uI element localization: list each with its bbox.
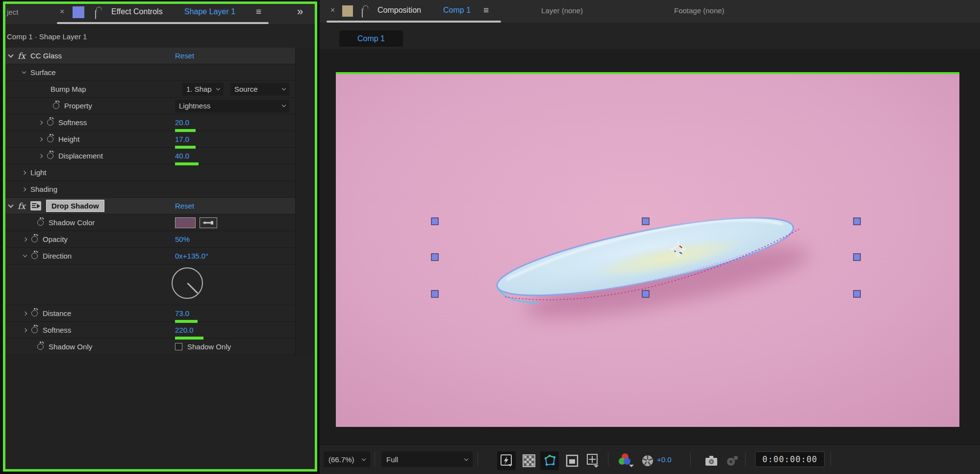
region-of-interest-icon[interactable] bbox=[563, 451, 581, 470]
magnification-dropdown[interactable]: (66.7%) bbox=[324, 451, 370, 467]
bump-map-source-dropdown[interactable]: Source bbox=[230, 83, 289, 96]
twirl-right-icon[interactable] bbox=[39, 154, 43, 158]
scroll-gutter[interactable] bbox=[295, 48, 317, 355]
annotation-green-bar bbox=[175, 162, 199, 165]
handle-top-right[interactable] bbox=[854, 218, 860, 225]
exposure-amount[interactable]: +0.0 bbox=[657, 455, 672, 464]
toolbar-separator bbox=[608, 452, 608, 466]
shadow-only-checkbox[interactable] bbox=[175, 343, 182, 350]
reset-button[interactable]: Reset bbox=[175, 202, 194, 210]
panel-color-swatch bbox=[73, 6, 84, 18]
dropdown-value: Lightness bbox=[179, 102, 210, 110]
stopwatch-icon[interactable] bbox=[47, 119, 53, 126]
composition-canvas[interactable] bbox=[336, 72, 959, 427]
param-label: Bump Map bbox=[50, 85, 86, 93]
grid-and-guides-icon[interactable] bbox=[583, 451, 602, 470]
close-icon[interactable]: × bbox=[60, 7, 64, 16]
twirl-down-icon[interactable] bbox=[8, 202, 13, 208]
twirl-down-icon[interactable] bbox=[23, 253, 27, 257]
close-icon[interactable]: × bbox=[330, 6, 335, 15]
dropdown-value: Source bbox=[234, 85, 258, 93]
twirl-down-icon[interactable] bbox=[22, 70, 26, 74]
bump-map-layer-dropdown[interactable]: 1. Shap bbox=[182, 83, 224, 96]
panel-title[interactable]: Effect Controls bbox=[111, 7, 163, 16]
panel-target-layer[interactable]: Shape Layer 1 bbox=[184, 7, 235, 16]
exposure-aperture-icon[interactable] bbox=[638, 451, 657, 470]
eyedropper-icon[interactable] bbox=[200, 217, 217, 228]
handle-top-center[interactable] bbox=[642, 218, 649, 225]
unlock-icon[interactable] bbox=[95, 10, 96, 19]
tab-footage[interactable]: Footage (none) bbox=[674, 6, 725, 15]
param-value[interactable]: 17.0 bbox=[175, 135, 189, 143]
param-value[interactable]: 73.0 bbox=[175, 309, 189, 317]
group-label[interactable]: Shading bbox=[30, 185, 57, 193]
direction-dial[interactable] bbox=[172, 267, 203, 299]
fx-icon: fx bbox=[18, 51, 25, 61]
unlock-icon[interactable] bbox=[362, 8, 363, 18]
param-value[interactable]: 40.0 bbox=[175, 152, 189, 160]
exposure-value[interactable]: +0.0 bbox=[657, 451, 672, 467]
group-row-shading[interactable]: Shading bbox=[3, 181, 295, 198]
comp-view-tab-label: Comp 1 bbox=[357, 34, 385, 43]
group-row-light[interactable]: Light bbox=[3, 164, 295, 181]
param-value[interactable]: 0x+135.0° bbox=[175, 252, 208, 260]
stopwatch-icon[interactable] bbox=[31, 236, 38, 242]
twirl-right-icon[interactable] bbox=[23, 237, 27, 241]
panel-target-comp[interactable]: Comp 1 bbox=[443, 6, 471, 15]
transparency-grid-icon[interactable] bbox=[520, 451, 538, 470]
handle-mid-right[interactable] bbox=[854, 254, 860, 261]
group-row-surface[interactable]: Surface bbox=[3, 64, 295, 81]
handle-mid-left[interactable] bbox=[431, 254, 438, 261]
twirl-right-icon[interactable] bbox=[39, 137, 43, 141]
param-label: Shadow Color bbox=[49, 218, 95, 227]
stopwatch-icon[interactable] bbox=[37, 343, 44, 350]
stopwatch-icon[interactable] bbox=[53, 103, 59, 109]
group-label[interactable]: Surface bbox=[30, 68, 56, 77]
twirl-right-icon[interactable] bbox=[23, 311, 27, 315]
tab-layer[interactable]: Layer (none) bbox=[541, 6, 583, 15]
twirl-right-icon[interactable] bbox=[23, 328, 27, 332]
take-snapshot-icon[interactable] bbox=[702, 451, 721, 470]
twirl-right-icon[interactable] bbox=[22, 187, 26, 191]
group-label[interactable]: Light bbox=[30, 168, 47, 177]
annotation-green-bar bbox=[175, 146, 196, 149]
effect-name-edit-box[interactable]: Drop Shadow bbox=[46, 200, 104, 212]
panel-menu-icon[interactable]: ≡ bbox=[483, 5, 489, 16]
stopwatch-icon[interactable] bbox=[47, 136, 53, 142]
handle-bottom-right[interactable] bbox=[854, 290, 860, 297]
chevron-down-icon bbox=[282, 103, 286, 107]
effect-row-drop-shadow[interactable]: fx Drop Shadow Reset bbox=[3, 198, 295, 214]
stopwatch-icon[interactable] bbox=[47, 153, 53, 159]
resolution-dropdown[interactable]: Full bbox=[381, 451, 473, 467]
param-label: Shadow Only bbox=[49, 342, 92, 351]
mask-path-visibility-icon[interactable] bbox=[540, 451, 559, 470]
show-snapshot-icon[interactable] bbox=[723, 451, 741, 470]
twirl-down-icon[interactable] bbox=[8, 52, 13, 57]
stopwatch-icon[interactable] bbox=[31, 253, 38, 259]
stopwatch-icon[interactable] bbox=[31, 310, 38, 316]
timecode-field[interactable]: 0:00:00:00 bbox=[755, 451, 825, 467]
project-tab-partial[interactable]: ject bbox=[7, 8, 18, 16]
handle-bottom-center[interactable] bbox=[642, 290, 649, 297]
panel-menu-icon[interactable]: ≡ bbox=[256, 6, 261, 17]
shadow-color-swatch[interactable] bbox=[175, 217, 196, 228]
param-value[interactable]: 20.0 bbox=[175, 118, 189, 127]
fast-previews-icon[interactable] bbox=[497, 451, 516, 470]
effect-name[interactable]: CC Glass bbox=[30, 52, 62, 60]
reset-button[interactable]: Reset bbox=[175, 52, 194, 60]
param-value[interactable]: 220.0 bbox=[175, 326, 194, 334]
param-row-distance: Distance 73.0 bbox=[3, 305, 295, 322]
property-dropdown[interactable]: Lightness bbox=[175, 100, 289, 112]
panel-title[interactable]: Composition bbox=[377, 6, 421, 15]
handle-top-left[interactable] bbox=[431, 218, 438, 225]
stopwatch-icon[interactable] bbox=[37, 219, 44, 226]
stopwatch-icon[interactable] bbox=[31, 327, 38, 333]
twirl-right-icon[interactable] bbox=[22, 170, 26, 174]
twirl-right-icon[interactable] bbox=[39, 120, 43, 124]
handle-bottom-left[interactable] bbox=[431, 290, 438, 297]
param-value[interactable]: 50% bbox=[175, 235, 190, 243]
collapse-panel-icon[interactable]: » bbox=[297, 5, 303, 18]
effect-row-cc-glass[interactable]: fx CC Glass Reset bbox=[3, 48, 295, 64]
show-channel-icon[interactable] bbox=[617, 451, 635, 470]
comp-view-tab[interactable]: Comp 1 bbox=[339, 30, 403, 47]
